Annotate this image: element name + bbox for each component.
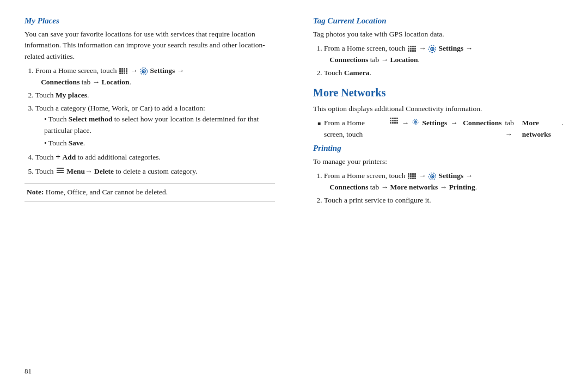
more-networks-bullet: From a Home screen, touch → <box>317 118 564 140</box>
tag-settings-icon <box>428 45 437 53</box>
tag-location-label: Location <box>390 56 418 64</box>
step-5: Touch Menu→ Delete to delete a custom ca… <box>35 166 275 177</box>
pr-more-networks-label: More networks <box>390 183 438 191</box>
select-method-bold: Select method <box>69 115 113 123</box>
svg-point-8 <box>432 48 433 50</box>
pr-printing-label: Printing <box>449 183 475 191</box>
grid-icon-inner <box>119 68 128 74</box>
tag-steps: From a Home screen, touch → <box>324 43 564 79</box>
mn-settings-label: Settings <box>422 118 448 129</box>
step-3: Touch a category (Home, Work, or Car) to… <box>35 103 275 150</box>
more-networks-title: More Networks <box>313 87 564 99</box>
printing-step-2: Touch a print service to configure it. <box>324 195 564 206</box>
pr-settings-icon <box>428 172 437 181</box>
bullet-save: Touch Save. <box>44 138 275 149</box>
tag-grid-icon <box>408 46 416 52</box>
tag-step-1: From a Home screen, touch → <box>324 43 564 66</box>
bullet-select-method: Touch Select method to select how your l… <box>44 114 275 137</box>
printing-intro: To manage your printers: <box>313 156 564 167</box>
step-3-bullets: Touch Select method to select how your l… <box>44 114 275 149</box>
page: My Places You can save your favorite loc… <box>0 0 588 392</box>
note-text: Home, Office, and Car cannot be deleted. <box>46 188 168 196</box>
printing-step-1: From a Home screen, touch → <box>324 170 564 193</box>
grid-icon <box>119 68 128 75</box>
note-label: Note: <box>27 188 44 196</box>
pr-connections-label: Connections <box>329 183 368 191</box>
add-bold: Add <box>62 153 76 161</box>
my-places-title: My Places <box>24 16 275 26</box>
svg-point-11 <box>415 121 416 122</box>
step-2: Touch My places. <box>35 90 275 101</box>
right-column: Tag Current Location Tag photos you take… <box>308 16 564 358</box>
my-places-bold: My places <box>56 91 87 99</box>
pr-grid-icon-inner <box>408 173 416 179</box>
svg-rect-4 <box>57 170 64 171</box>
mn-settings-icon <box>412 118 419 126</box>
more-networks-list: From a Home screen, touch → <box>317 118 564 140</box>
tag-grid-icon-inner <box>408 46 416 52</box>
page-number: 81 <box>24 367 564 376</box>
tag-settings-label: Settings <box>439 44 464 52</box>
my-places-intro: You can save your favorite locations for… <box>24 29 275 62</box>
note-box: Note: Home, Office, and Car cannot be de… <box>24 183 275 201</box>
camera-bold: Camera <box>344 69 369 77</box>
tag-intro: Tag photos you take with GPS location da… <box>313 29 564 40</box>
my-places-steps: From a Home screen, touch → <box>35 65 275 178</box>
plus-icon: + <box>56 152 60 162</box>
tag-connections-label: Connections <box>329 56 368 64</box>
menu-icon <box>57 166 64 177</box>
menu-bold: Menu→ <box>66 167 92 175</box>
svg-point-2 <box>143 70 145 72</box>
settings-label: Settings <box>150 66 175 75</box>
mn-connections-label: Connections <box>463 118 501 129</box>
printing-title: Printing <box>313 144 564 153</box>
location-label: Location <box>102 78 130 86</box>
delete-bold: Delete <box>94 167 114 175</box>
connections-label: Connections <box>41 78 79 86</box>
settings-icon <box>139 67 148 76</box>
step-4: Touch + Add to add additional categories… <box>35 151 275 164</box>
tag-step-2: Touch Camera. <box>324 68 564 79</box>
mn-more-networks-label: More networks <box>522 118 559 140</box>
step-1: From a Home screen, touch → <box>35 65 275 88</box>
pr-settings-label: Settings <box>439 171 464 180</box>
left-column: My Places You can save your favorite loc… <box>24 16 286 358</box>
more-networks-intro: This option displays additional Connecti… <box>313 103 564 114</box>
printing-steps: From a Home screen, touch → <box>324 170 564 206</box>
save-bold: Save <box>69 139 83 147</box>
mn-grid-icon-inner <box>390 118 398 124</box>
pr-grid-icon <box>408 173 416 180</box>
svg-point-14 <box>432 176 433 177</box>
svg-rect-3 <box>57 168 64 169</box>
svg-rect-5 <box>57 172 64 173</box>
mn-grid-icon <box>390 118 398 124</box>
tag-current-location-title: Tag Current Location <box>313 16 564 26</box>
main-columns: My Places You can save your favorite loc… <box>24 16 564 358</box>
